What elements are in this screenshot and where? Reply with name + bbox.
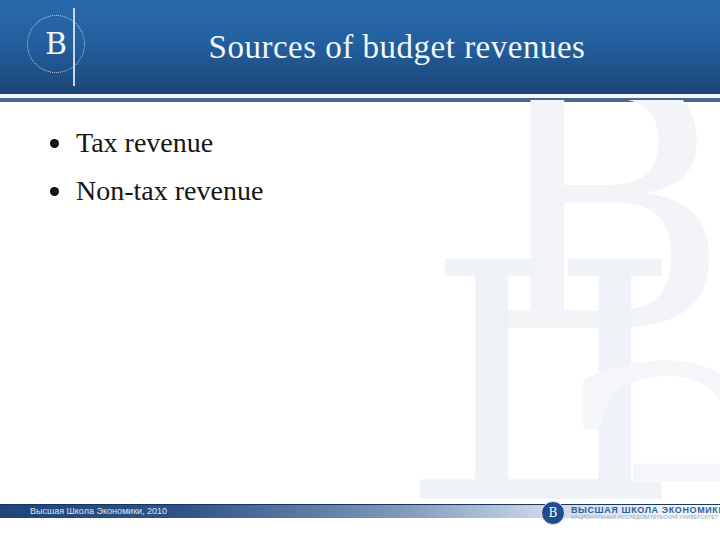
header-bar: В Sources of budget revenues — [0, 0, 720, 94]
content-area: Tax revenue Non-tax revenue — [40, 128, 500, 224]
bullet-label: Tax revenue — [76, 128, 213, 159]
bullet-dot-icon — [50, 139, 59, 148]
hse-seal-inner: В — [34, 22, 78, 66]
watermark-letter: В — [480, 100, 720, 380]
hse-badge-glyph: В — [549, 507, 558, 519]
header-separator-line — [0, 98, 720, 102]
bullet-list: Tax revenue Non-tax revenue — [40, 128, 500, 207]
bullet-label: Non-tax revenue — [76, 176, 263, 207]
slide-title: Sources of budget revenues — [74, 0, 720, 94]
bullet-item: Non-tax revenue — [40, 176, 500, 207]
watermark-letter: Э — [560, 330, 720, 502]
presentation-slide: В Sources of budget revenues В Ш Э Tax r… — [0, 0, 720, 540]
footer-hse-badge: В ВЫСШАЯ ШКОЛА ЭКОНОМИКИ НАЦИОНАЛЬНЫЙ ИС… — [541, 500, 720, 526]
hse-badge-seal-icon: В — [541, 501, 565, 525]
bullet-dot-icon — [50, 187, 59, 196]
hse-emblem-glyph: В — [45, 29, 67, 59]
bullet-item: Tax revenue — [40, 128, 500, 159]
watermark-letter: Ш — [420, 220, 680, 502]
hse-badge-text: ВЫСШАЯ ШКОЛА ЭКОНОМИКИ НАЦИОНАЛЬНЫЙ ИССЛ… — [571, 505, 720, 521]
hse-badge-subtitle: НАЦИОНАЛЬНЫЙ ИССЛЕДОВАТЕЛЬСКИЙ УНИВЕРСИТ… — [571, 515, 718, 519]
